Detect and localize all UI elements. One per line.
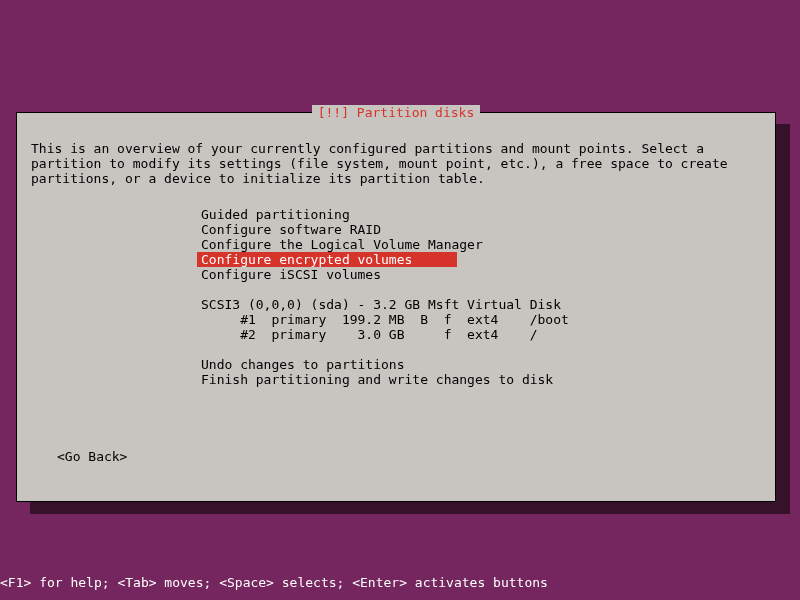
menu-spacer (197, 282, 637, 297)
help-footer: <F1> for help; <Tab> moves; <Space> sele… (0, 575, 548, 590)
partition-dialog: [!!] Partition disks This is an overview… (16, 112, 776, 502)
menu-item[interactable]: Finish partitioning and write changes to… (197, 372, 637, 387)
menu-item[interactable]: Configure iSCSI volumes (197, 267, 637, 282)
menu-item[interactable]: Configure the Logical Volume Manager (197, 237, 637, 252)
dialog-intro-text: This is an overview of your currently co… (31, 141, 761, 186)
menu-item[interactable]: #1 primary 199.2 MB B f ext4 /boot (197, 312, 637, 327)
menu-item[interactable]: Configure software RAID (197, 222, 637, 237)
menu-item[interactable]: #2 primary 3.0 GB f ext4 / (197, 327, 637, 342)
partition-menu[interactable]: Guided partitioningConfigure software RA… (197, 207, 637, 387)
dialog-title-wrap: [!!] Partition disks (17, 105, 775, 120)
menu-spacer (197, 342, 637, 357)
dialog-title: [!!] Partition disks (312, 105, 481, 120)
menu-item[interactable]: SCSI3 (0,0,0) (sda) - 3.2 GB Msft Virtua… (197, 297, 637, 312)
menu-item[interactable]: Guided partitioning (197, 207, 637, 222)
go-back-button[interactable]: <Go Back> (57, 449, 127, 464)
menu-item[interactable]: Undo changes to partitions (197, 357, 637, 372)
menu-item[interactable]: Configure encrypted volumes (197, 252, 457, 267)
